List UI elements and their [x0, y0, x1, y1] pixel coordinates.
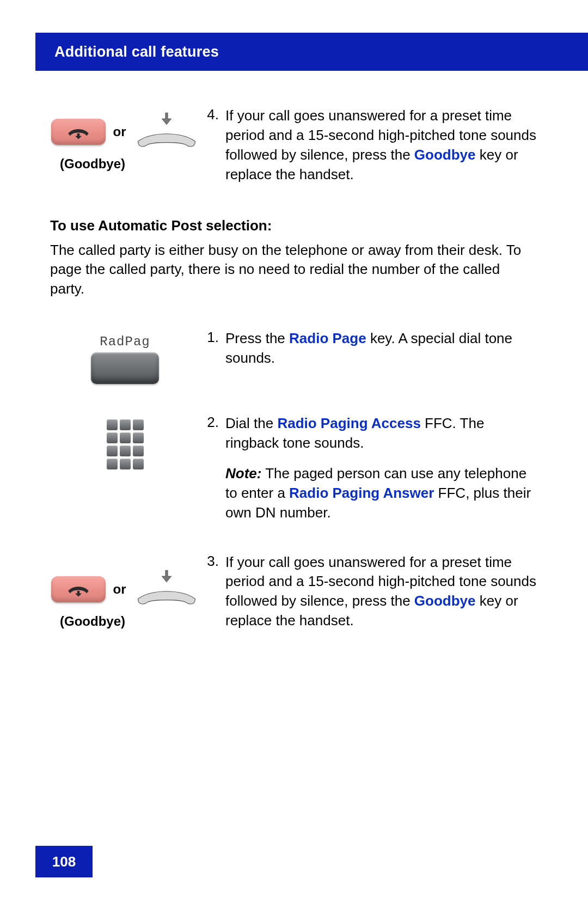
keypad-key	[133, 446, 144, 456]
step-row-2: 2. Dial the Radio Paging Access FFC. The…	[50, 414, 538, 522]
step4-text: If your call goes unanswered for a prese…	[225, 106, 538, 185]
step2-note: Note: The paged person can use any telep…	[225, 464, 538, 523]
handset-cradle-icon	[134, 129, 199, 152]
keypad-key	[120, 446, 131, 456]
softkey-icon	[91, 352, 159, 384]
step2-illustration	[50, 414, 200, 469]
goodbye-key-block	[51, 576, 106, 602]
keypad-key	[107, 419, 118, 430]
keypad-key	[107, 432, 118, 443]
step1-number: 1.	[200, 329, 225, 368]
keypad-key	[133, 419, 144, 430]
keypad-key	[107, 446, 118, 456]
keypad-icon	[107, 419, 144, 469]
goodbye-keyword: Goodbye	[414, 593, 476, 609]
or-label: or	[113, 124, 126, 139]
section-intro: The called party is either busy on the t…	[50, 241, 538, 300]
step3-text-col: 3. If your call goes unanswered for a pr…	[200, 553, 538, 631]
step1-before: Press the	[225, 330, 289, 346]
document-page: Additional call features or	[0, 0, 588, 909]
radio-paging-answer-keyword: Radio Paging Answer	[289, 485, 434, 501]
goodbye-key-icon	[51, 576, 106, 602]
page-number: 108	[52, 853, 76, 870]
step-row-4: or (Goodbye) 4.	[50, 106, 538, 185]
step2-text-col: 2. Dial the Radio Paging Access FFC. The…	[200, 414, 538, 522]
goodbye-key-icon	[51, 119, 106, 145]
handset-hangup-icon	[66, 581, 91, 597]
radpag-display-label: RadPag	[50, 334, 200, 349]
replace-handset-icon	[134, 112, 199, 152]
goodbye-key-block	[51, 119, 106, 145]
step3-text: If your call goes unanswered for a prese…	[225, 553, 538, 631]
page-number-box: 108	[35, 846, 93, 877]
goodbye-or-handset: or	[50, 112, 200, 152]
step1-text: Press the Radio Page key. A special dial…	[225, 329, 538, 368]
page-content: or (Goodbye) 4.	[50, 87, 538, 631]
arrow-down-icon	[160, 112, 174, 128]
step3-illustration: or (Goodbye)	[50, 553, 200, 629]
step1-text-col: 1. Press the Radio Page key. A special d…	[200, 329, 538, 368]
keypad-key	[107, 459, 118, 469]
or-label: or	[113, 582, 126, 597]
step2-number: 2.	[200, 414, 225, 522]
handset-hangup-icon	[66, 124, 91, 140]
step3-number: 3.	[200, 553, 225, 631]
radio-page-keyword: Radio Page	[289, 330, 366, 346]
keypad-key	[120, 432, 131, 443]
step4-number: 4.	[200, 106, 225, 185]
step2-l1-before: Dial the	[225, 415, 277, 431]
step1-illustration: RadPag	[50, 329, 200, 384]
goodbye-caption: (Goodbye)	[50, 614, 200, 629]
radio-paging-access-keyword: Radio Paging Access	[277, 415, 420, 431]
header-band: Additional call features	[35, 33, 588, 71]
replace-handset-icon	[134, 569, 199, 609]
step4-illustration: or (Goodbye)	[50, 106, 200, 172]
keypad-key	[133, 459, 144, 469]
keypad-key	[120, 459, 131, 469]
step-row-1: RadPag 1. Press the Radio Page key. A sp…	[50, 329, 538, 384]
note-label: Note:	[225, 465, 261, 481]
goodbye-caption: (Goodbye)	[50, 156, 200, 172]
handset-cradle-icon	[134, 587, 199, 609]
step4-text-col: 4. If your call goes unanswered for a pr…	[200, 106, 538, 185]
keypad-key	[120, 419, 131, 430]
step-row-3: or (Goodbye) 3.	[50, 553, 538, 631]
section-heading: To use Automatic Post selection:	[50, 217, 538, 234]
step2-text: Dial the Radio Paging Access FFC. The ri…	[225, 414, 538, 522]
keypad-key	[133, 432, 144, 443]
header-title: Additional call features	[54, 44, 219, 60]
goodbye-or-handset: or	[50, 569, 200, 609]
arrow-down-icon	[160, 569, 174, 585]
goodbye-keyword: Goodbye	[414, 147, 476, 163]
